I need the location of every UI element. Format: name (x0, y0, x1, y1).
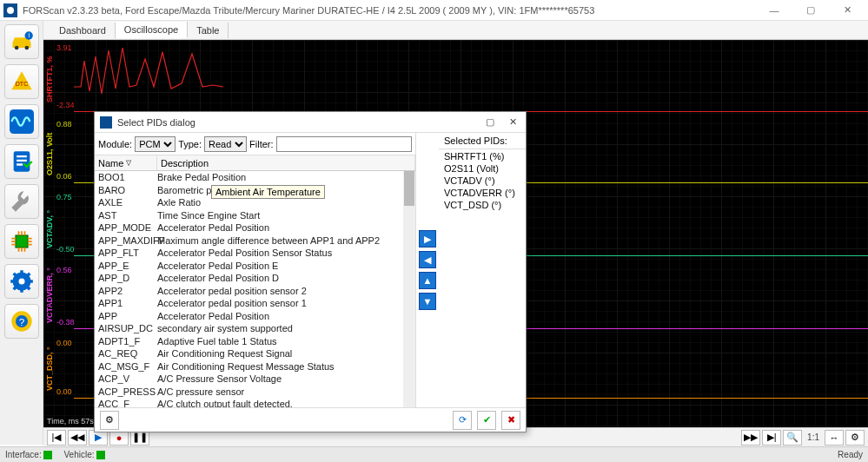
pid-row[interactable]: AIRSUP_DCsecondary air system supported (95, 322, 415, 335)
pid-row[interactable]: APP_FLTAccelerator Pedal Position Sensor… (95, 247, 415, 260)
ch5-lo: 0.00 (56, 387, 72, 396)
pid-row[interactable]: APP2Accelerator pedal position sensor 2 (95, 285, 415, 298)
pid-row[interactable]: APP_DAccelerator Pedal Position D (95, 272, 415, 285)
dialog-titlebar[interactable]: Select PIDs dialog ▢ ✕ (95, 112, 526, 133)
ch4-hi: 0.56 (56, 266, 72, 274)
dialog-close[interactable]: ✕ (505, 115, 520, 130)
settings-button[interactable]: ⚙ (845, 430, 865, 446)
window-titlebar: FORScan v2.3.23 beta, Ford Escape/Mazda … (0, 0, 868, 21)
selected-pids-panel: Selected PIDs: SHRTFT1 (%)O2S11 (Volt)VC… (439, 133, 526, 407)
tooltip: Ambient Air Temperature (211, 185, 325, 199)
seek-back[interactable]: ◀◀ (68, 430, 87, 446)
available-pids-panel: Module: PCM Type: Read Filter: Name ▽ De… (95, 133, 416, 407)
type-label: Type: (178, 139, 202, 149)
view-tabs: Dashboard Oscilloscope Table (0, 21, 868, 40)
type-select[interactable]: Read (204, 136, 247, 152)
dialog-ok[interactable]: ✔ (477, 411, 496, 430)
ch2-lo: 0.06 (56, 172, 72, 181)
pid-row[interactable]: APP_MAXDIFFMaximum angle difference betw… (95, 234, 415, 248)
tool-tests[interactable] (4, 144, 39, 179)
ch1-lo: -2.34 (56, 101, 75, 109)
tool-settings[interactable] (4, 264, 39, 299)
selected-item[interactable]: VCTADVERR (°) (444, 188, 520, 200)
tool-dtc[interactable]: DTC (4, 64, 39, 99)
selected-item[interactable]: O2S11 (Volt) (444, 163, 520, 175)
svg-text:?: ? (18, 316, 24, 327)
selected-header: Selected PIDs: (439, 133, 526, 149)
pid-row[interactable]: APP1Accelerator pedal position sensor 1 (95, 297, 415, 310)
pid-scrollbar[interactable] (403, 171, 415, 407)
filter-input[interactable] (276, 136, 412, 152)
move-down[interactable]: ▼ (419, 293, 436, 310)
selected-list[interactable]: SHRTFT1 (%)O2S11 (Volt)VCTADV (°)VCTADVE… (439, 149, 526, 407)
ch4-lo: -0.38 (56, 318, 75, 327)
move-left[interactable]: ◀ (419, 251, 436, 268)
ch2-hi: 0.88 (56, 120, 72, 129)
pid-row[interactable]: APPAccelerator Pedal Position (95, 310, 415, 323)
ch1-trace (74, 43, 248, 109)
pid-row[interactable]: ACC_FA/C clutch output fault detected. (95, 398, 415, 407)
status-vehicle: Vehicle: (63, 450, 108, 459)
zoom-ratio: 1:1 (804, 432, 823, 442)
tool-chip[interactable] (4, 224, 39, 259)
ch3-hi: 0.75 (56, 193, 72, 201)
seek-start[interactable]: |◀ (47, 430, 66, 446)
pid-row[interactable]: APP_EAccelerator Pedal Position E (95, 260, 415, 273)
svg-rect-7 (10, 109, 34, 134)
window-close[interactable]: ✕ (830, 1, 865, 20)
ch3-label: VCTADV, ° (45, 210, 54, 248)
dialog-refresh[interactable]: ⟳ (453, 411, 472, 430)
pid-row[interactable]: ADPT1_FAdaptive Fuel table 1 Status (95, 335, 415, 348)
tool-oscilloscope[interactable] (4, 104, 39, 139)
selected-item[interactable]: VCT_DSD (°) (444, 200, 520, 212)
tab-dashboard[interactable]: Dashboard (50, 23, 116, 38)
pid-row[interactable]: ACP_VA/C Pressure Sensor Voltage (95, 373, 415, 386)
tool-help[interactable]: ? (4, 304, 39, 339)
status-bar: Interface: Vehicle: Ready (0, 446, 868, 462)
seek-end[interactable]: ▶| (762, 430, 781, 446)
tool-service[interactable] (4, 184, 39, 219)
seek-fwd[interactable]: ▶▶ (741, 430, 760, 446)
selected-item[interactable]: VCTADV (°) (444, 175, 520, 188)
ch1-hi: 3.91 (56, 43, 72, 52)
ch5-label: VCT_DSD, ° (45, 346, 54, 391)
zoom-fit[interactable]: ↔ (825, 430, 844, 446)
pid-row[interactable]: AC_MSG_FAir Conditioning Request Message… (95, 360, 415, 373)
svg-point-11 (18, 279, 24, 285)
svg-point-1 (7, 7, 14, 14)
move-buttons: ▶ ◀ ▲ ▼ (416, 133, 439, 407)
selected-item[interactable]: SHRTFT1 (%) (444, 151, 520, 163)
pid-row[interactable]: APP_MODEAccelerator Pedal Position (95, 221, 415, 234)
window-maximize[interactable]: ▢ (793, 1, 828, 20)
svg-point-2 (14, 46, 18, 50)
tool-vehicle-info[interactable]: i (4, 24, 39, 59)
ch5-hi: 0.00 (56, 339, 72, 347)
status-interface: Interface: (5, 450, 55, 459)
move-up[interactable]: ▲ (419, 272, 436, 289)
ch2-label: O2S11, Volt (45, 133, 54, 175)
status-ready: Ready (838, 450, 863, 459)
dialog-maximize[interactable]: ▢ (482, 115, 498, 130)
pid-row[interactable]: ACP_PRESSA/C pressure sensor (95, 386, 415, 399)
module-label: Module: (98, 139, 132, 149)
dialog-footer: ⚙ ⟳ ✔ ✖ (95, 407, 526, 432)
tab-oscilloscope[interactable]: Oscilloscope (116, 22, 188, 38)
dialog-icon (100, 116, 112, 129)
select-pids-dialog: Select PIDs dialog ▢ ✕ Module: PCM Type:… (94, 111, 527, 432)
left-toolbar: i DTC ? (0, 21, 43, 445)
pid-row[interactable]: AC_REQAir Conditioning Request Signal (95, 347, 415, 360)
col-name[interactable]: Name ▽ (95, 155, 157, 170)
pid-list[interactable]: BOO1Brake Pedal PositionBAROBarometric p… (95, 171, 415, 407)
col-description[interactable]: Description (157, 155, 415, 170)
module-select[interactable]: PCM (135, 136, 176, 152)
pid-row[interactable]: BOO1Brake Pedal Position (95, 171, 415, 184)
tab-table[interactable]: Table (188, 23, 229, 38)
window-minimize[interactable]: — (757, 1, 792, 20)
ch3-lo: -0.50 (56, 245, 75, 254)
pid-row[interactable]: ASTTime Since Engine Start (95, 209, 415, 222)
app-icon (3, 3, 17, 17)
dialog-cancel[interactable]: ✖ (501, 411, 520, 430)
move-right[interactable]: ▶ (419, 230, 436, 248)
zoom-tool[interactable]: 🔍 (783, 430, 802, 446)
dialog-settings[interactable]: ⚙ (100, 411, 119, 430)
